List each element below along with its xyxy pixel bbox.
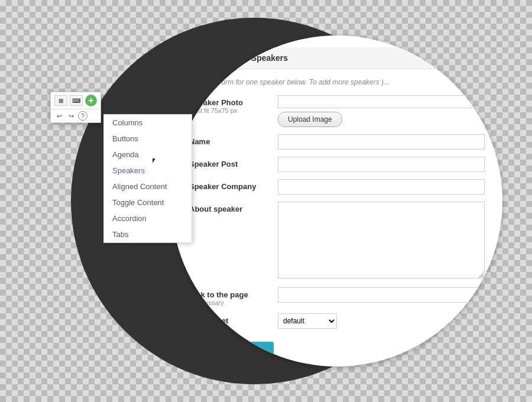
dropdown-item-speakers[interactable]: Speakers (104, 163, 192, 179)
help-button[interactable]: ? (78, 111, 87, 121)
small-toolbar: ⊞ ⌨ + ↩ ↪ ? (50, 92, 101, 123)
speaker-post-label: Speaker Post (189, 157, 278, 168)
speaker-post-field (278, 157, 485, 172)
name-label: Name (189, 134, 278, 146)
dialog-circle: Insert Shortcode: Speakers Here is a for… (171, 35, 502, 367)
dropdown-item-accordion[interactable]: Accordion (104, 210, 192, 226)
keyboard-icon[interactable]: ⌨ (70, 95, 83, 106)
link-target-row: Link target default _blank _self _parent (189, 313, 485, 329)
name-input[interactable] (278, 134, 485, 150)
link-target-field: default _blank _self _parent (278, 313, 485, 329)
photo-placeholder (278, 95, 485, 108)
dialog-title: Insert Shortcode: Speakers (171, 47, 502, 69)
toolbar-icons-row: ⊞ ⌨ + (51, 92, 100, 109)
dropdown-item-aligned-content[interactable]: Aligned Content (104, 179, 192, 194)
toolbar-actions-row: ↩ ↪ ? (51, 109, 100, 122)
shortcode-dropdown-menu: Columns Buttons Agenda Speakers Aligned … (103, 114, 192, 243)
speaker-photo-label: Speaker Photo Best fit 75x75 px (189, 95, 278, 114)
dropdown-item-buttons[interactable]: Buttons (104, 131, 192, 147)
speaker-company-row: Speaker Company (189, 179, 485, 194)
dropdown-item-tabs[interactable]: Tabs (104, 226, 192, 242)
about-speaker-label: About speaker (189, 202, 278, 213)
link-input[interactable] (278, 287, 485, 303)
about-speaker-row: About speaker (189, 202, 485, 280)
dropdown-item-toggle-content[interactable]: Toggle Content (104, 194, 192, 210)
dropdown-item-agenda[interactable]: Agenda (104, 147, 192, 163)
intro-text: Here is a form for one speaker below. To… (189, 78, 485, 86)
link-label: Link to the page if necessary (189, 287, 278, 306)
speaker-company-field (278, 179, 485, 194)
speaker-photo-row: Speaker Photo Best fit 75x75 px Upload I… (189, 95, 485, 127)
bottom-bar: Insert Shortcode (189, 336, 485, 360)
add-shortcode-button[interactable]: + (85, 95, 97, 106)
upload-image-button[interactable]: Upload Image (278, 112, 342, 127)
link-target-select[interactable]: default _blank _self _parent (278, 313, 337, 329)
undo-button[interactable]: ↩ (54, 112, 64, 120)
speaker-company-label: Speaker Company (189, 179, 278, 191)
speaker-company-input[interactable] (278, 179, 485, 194)
about-speaker-textarea[interactable] (278, 202, 485, 278)
speaker-post-input[interactable] (278, 157, 485, 172)
dropdown-item-columns[interactable]: Columns (104, 115, 192, 131)
name-row: Name (189, 134, 485, 150)
insert-shortcode-button[interactable]: Insert Shortcode (189, 342, 274, 360)
link-field (278, 287, 485, 303)
columns-icon[interactable]: ⊞ (54, 95, 67, 106)
name-field (278, 134, 485, 150)
redo-button[interactable]: ↪ (66, 112, 76, 120)
speaker-post-row: Speaker Post (189, 157, 485, 172)
link-target-label: Link target (189, 313, 278, 325)
link-row: Link to the page if necessary (189, 287, 485, 306)
dialog-content: Insert Shortcode: Speakers Here is a for… (171, 35, 502, 367)
about-speaker-field (278, 202, 485, 280)
speaker-photo-field: Upload Image (278, 95, 485, 127)
